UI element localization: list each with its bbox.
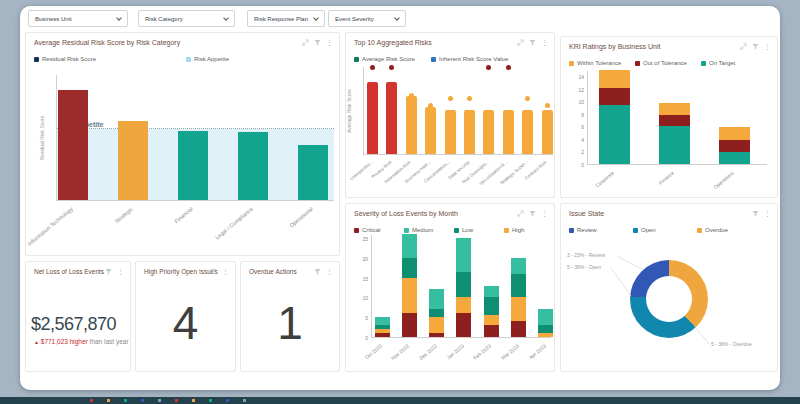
severity-chart: 0510152025Oct 2022Nov 2022Dec 2022Jan 20… <box>346 204 554 371</box>
filter-risk-category[interactable]: Risk Category <box>138 10 235 27</box>
filter-icon[interactable] <box>105 268 112 275</box>
filter-icon[interactable] <box>210 268 217 275</box>
stack-segment[interactable] <box>538 309 553 325</box>
stack-segment[interactable] <box>719 140 750 153</box>
y-axis-tick: 0 <box>566 162 584 168</box>
x-axis-label: Finance <box>657 170 674 186</box>
stack-segment[interactable] <box>402 313 417 337</box>
taskbar[interactable] <box>0 397 800 404</box>
bar[interactable] <box>425 107 436 154</box>
stack-segment[interactable] <box>511 274 526 298</box>
filter-icon[interactable] <box>314 268 321 275</box>
stack-segment[interactable] <box>538 325 553 333</box>
y-axis-tick: 2 <box>566 149 584 155</box>
stack-segment[interactable] <box>484 297 499 315</box>
kpi-value: 4 <box>136 296 235 350</box>
bar[interactable] <box>298 145 328 200</box>
kpi-delta-suffix: than last year <box>90 338 129 345</box>
scatter-point[interactable] <box>389 65 394 70</box>
stack-segment[interactable] <box>484 325 499 337</box>
bar[interactable] <box>445 110 456 154</box>
stack-segment[interactable] <box>456 297 471 313</box>
kpi-high-priority-issues: High Priority Open Issues ⋮ 4 <box>135 261 236 372</box>
bar[interactable] <box>178 131 208 200</box>
stack-segment[interactable] <box>484 315 499 325</box>
bar[interactable] <box>483 110 494 154</box>
stack-segment[interactable] <box>511 258 526 274</box>
filter-risk-response-plan[interactable]: Risk Response Plan <box>247 10 325 27</box>
stack-segment[interactable] <box>375 325 390 329</box>
y-axis-tick: 10 <box>566 99 584 105</box>
stack-segment[interactable] <box>538 333 553 337</box>
stack-segment[interactable] <box>429 317 444 333</box>
stack-segment[interactable] <box>375 329 390 333</box>
bar[interactable] <box>464 110 475 154</box>
bar[interactable] <box>58 90 88 200</box>
bar[interactable] <box>386 82 397 154</box>
scatter-point[interactable] <box>370 65 375 70</box>
stack-segment[interactable] <box>429 309 444 317</box>
x-axis-label: Operations <box>712 170 735 190</box>
y-axis-tick: 25 <box>350 236 368 242</box>
stack-segment[interactable] <box>456 272 471 298</box>
scatter-point[interactable] <box>486 65 491 70</box>
stack-segment[interactable] <box>659 115 690 127</box>
stack-segment[interactable] <box>719 127 750 140</box>
y-axis-tick: 20 <box>350 256 368 262</box>
scatter-point[interactable] <box>506 65 511 70</box>
scatter-point[interactable] <box>448 96 453 101</box>
panel-top-risks: Top 10 Aggregated Risks ⋮ Average Risk S… <box>345 32 555 198</box>
y-axis-tick: 12 <box>566 87 584 93</box>
filter-label: Risk Response Plan <box>254 16 308 22</box>
x-axis-label: Unexpected... <box>349 160 373 182</box>
x-axis-label: Apr 2023 <box>527 343 546 361</box>
stack-segment[interactable] <box>599 88 630 105</box>
panel-toolbar: ⋮ <box>314 267 333 275</box>
bar[interactable] <box>503 110 514 154</box>
stack-segment[interactable] <box>456 238 471 272</box>
y-axis-tick: 4 <box>566 137 584 143</box>
stack-segment[interactable] <box>402 278 417 314</box>
scatter-point[interactable] <box>545 103 550 108</box>
stack-segment[interactable] <box>719 152 750 164</box>
kebab-menu-icon[interactable]: ⋮ <box>222 268 229 275</box>
stack-segment[interactable] <box>402 258 417 278</box>
stack-segment[interactable] <box>599 70 630 88</box>
scatter-point[interactable] <box>467 96 472 101</box>
bar[interactable] <box>406 96 417 154</box>
bar[interactable] <box>118 121 148 200</box>
kebab-menu-icon[interactable]: ⋮ <box>326 268 333 275</box>
scatter-point[interactable] <box>409 93 414 98</box>
y-axis-tick: 5 <box>350 315 368 321</box>
stack-segment[interactable] <box>429 289 444 309</box>
bar[interactable] <box>238 132 268 200</box>
x-axis-label: Information Technology <box>27 206 74 247</box>
scatter-point[interactable] <box>525 96 530 101</box>
stack-segment[interactable] <box>375 333 390 337</box>
stack-segment[interactable] <box>375 317 390 325</box>
bar[interactable] <box>522 110 533 154</box>
bar[interactable] <box>367 82 378 154</box>
bar[interactable] <box>542 110 553 154</box>
desktop: { "filters": { "items": [ {"label": "Bus… <box>0 0 800 404</box>
stack-segment[interactable] <box>599 105 630 164</box>
filter-business-unit[interactable]: Business Unit <box>28 10 128 27</box>
issue-state-donut: 5 - 38% - Overdue5 - 38% - Open3 - 23% -… <box>561 204 777 371</box>
callout-leader-lines <box>561 204 779 373</box>
filter-event-severity[interactable]: Event Severity <box>328 10 406 27</box>
panel-toolbar: ⋮ <box>105 267 124 275</box>
stack-segment[interactable] <box>456 313 471 337</box>
kebab-menu-icon[interactable]: ⋮ <box>117 268 124 275</box>
stack-segment[interactable] <box>659 103 690 115</box>
chevron-down-icon <box>313 15 319 21</box>
stack-segment[interactable] <box>402 234 417 258</box>
stack-segment[interactable] <box>484 286 499 298</box>
stack-segment[interactable] <box>429 333 444 337</box>
stack-segment[interactable] <box>511 297 526 321</box>
stack-segment[interactable] <box>511 321 526 337</box>
donut-callout: 5 - 38% - Open <box>567 264 601 270</box>
x-axis-label: Dec 2022 <box>417 343 437 361</box>
stack-segment[interactable] <box>659 126 690 164</box>
kpi-value: $2,567,870 <box>31 314 116 335</box>
y-axis-tick: 14 <box>566 74 584 80</box>
